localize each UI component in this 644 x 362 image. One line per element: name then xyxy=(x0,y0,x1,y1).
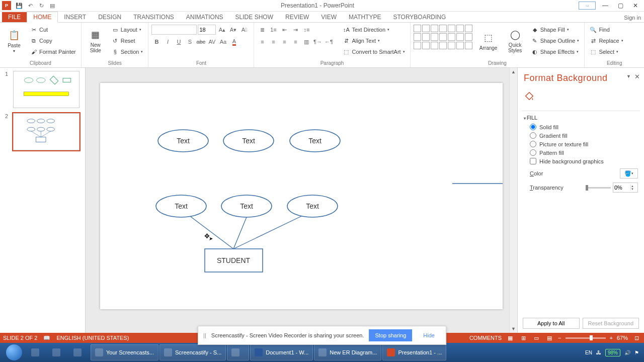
ltr-button[interactable]: ¶→ xyxy=(312,37,323,47)
solid-fill-radio[interactable]: Solid fill xyxy=(530,124,638,130)
tray-lang[interactable]: EN xyxy=(585,350,592,355)
quick-styles-button[interactable]: ◯Quick Styles xyxy=(504,25,526,57)
sorter-view-icon[interactable]: ⊞ xyxy=(519,334,528,342)
tab-review[interactable]: REVIEW xyxy=(279,12,315,22)
layout-button[interactable]: ▭Layout▾ xyxy=(110,25,145,35)
spell-check-icon[interactable]: 📖 xyxy=(43,335,50,341)
copy-button[interactable]: ⧉Copy xyxy=(28,36,78,46)
find-button[interactable]: 🔍Find xyxy=(588,25,625,35)
font-family-input[interactable] xyxy=(151,25,197,35)
align-text-button[interactable]: ⇵Align Text▾ xyxy=(341,36,407,46)
columns-button[interactable]: ▥ xyxy=(301,37,311,47)
arrange-button[interactable]: ⬚Arrange xyxy=(476,25,501,57)
taskbar-pinned-3[interactable] xyxy=(69,344,90,360)
font-color-button[interactable]: A xyxy=(229,37,239,47)
picture-fill-radio[interactable]: Picture or texture fill xyxy=(530,141,638,147)
scroll-down-icon[interactable]: ▼ xyxy=(511,326,517,332)
taskbar-image[interactable]: New ER Diagram... xyxy=(314,344,381,360)
bold-button[interactable]: B xyxy=(151,37,162,47)
numbering-button[interactable]: 1≡ xyxy=(268,25,278,35)
reset-button[interactable]: ↺Reset xyxy=(110,36,145,46)
taskbar-word[interactable]: Document1 - W... xyxy=(250,344,313,360)
start-button[interactable] xyxy=(2,344,26,360)
shapes-gallery[interactable] xyxy=(414,25,473,50)
select-button[interactable]: ⬚Select▾ xyxy=(588,47,625,57)
slide[interactable]: Text Text Text Text Text Text STUDENT xyxy=(100,83,503,309)
fill-section-header[interactable]: FILL xyxy=(524,115,638,121)
zoom-slider[interactable] xyxy=(566,337,606,339)
line-spacing-button[interactable]: ↕≡ xyxy=(301,25,311,35)
italic-button[interactable]: I xyxy=(163,37,173,47)
decrease-indent-button[interactable]: ⇤ xyxy=(279,25,289,35)
stop-sharing-button[interactable]: Stop sharing xyxy=(369,329,413,341)
redo-icon[interactable]: ↻ xyxy=(37,2,45,10)
tab-slideshow[interactable]: SLIDE SHOW xyxy=(229,12,279,22)
slide-counter[interactable]: SLIDE 2 OF 2 xyxy=(3,335,37,341)
tray-volume-icon[interactable]: 🔊 xyxy=(624,350,630,355)
increase-indent-button[interactable]: ⇥ xyxy=(290,25,300,35)
tab-file[interactable]: FILE xyxy=(2,12,27,22)
minimize-button[interactable]: — xyxy=(599,1,612,10)
shape-fill-button[interactable]: ◆Shape Fill▾ xyxy=(529,25,582,35)
apply-all-button[interactable]: Apply to All xyxy=(523,318,580,329)
taskbar-chrome-2[interactable]: Screencastify - S... xyxy=(159,344,226,360)
zoom-in-button[interactable]: + xyxy=(610,335,613,341)
tab-design[interactable]: DESIGN xyxy=(92,12,127,22)
thumbnail-1[interactable]: 1 xyxy=(5,71,80,108)
fit-to-window-icon[interactable]: ⊡ xyxy=(632,334,641,342)
zoom-out-button[interactable]: − xyxy=(558,335,561,341)
reading-view-icon[interactable]: ▭ xyxy=(532,334,541,342)
tab-insert[interactable]: INSERT xyxy=(58,12,92,22)
taskbar-pinned-2[interactable] xyxy=(48,344,68,360)
slide-canvas-area[interactable]: Text Text Text Text Text Text STUDENT xyxy=(86,68,517,333)
tab-mathtype[interactable]: MathType xyxy=(343,12,387,22)
pattern-fill-radio[interactable]: Pattern fill xyxy=(530,149,638,156)
format-painter-button[interactable]: 🖌Format Painter xyxy=(28,47,78,57)
tab-transitions[interactable]: TRANSITIONS xyxy=(127,12,180,22)
save-icon[interactable]: 💾 xyxy=(15,2,23,10)
strikethrough-button[interactable]: abc xyxy=(196,37,206,47)
underline-button[interactable]: U xyxy=(174,37,184,47)
paste-button[interactable]: 📋 Paste ▼ xyxy=(3,25,25,57)
pane-options-icon[interactable]: ▼ xyxy=(626,74,631,79)
scroll-up-icon[interactable]: ▲ xyxy=(511,69,517,75)
taskbar-pinned-1[interactable] xyxy=(27,344,47,360)
hide-share-button[interactable]: Hide xyxy=(417,329,441,341)
restore-button[interactable]: ▢ xyxy=(614,1,627,10)
tray-flag-icon[interactable]: ⚑ xyxy=(634,350,639,355)
shape-outline-button[interactable]: ✎Shape Outline▾ xyxy=(529,36,582,46)
transparency-slider[interactable] xyxy=(586,187,611,189)
taskbar-telegram[interactable] xyxy=(227,344,249,360)
color-picker-button[interactable]: 🪣▾ xyxy=(620,168,638,178)
align-center-button[interactable]: ≡ xyxy=(268,37,278,47)
align-right-button[interactable]: ≡ xyxy=(279,37,289,47)
justify-button[interactable]: ≡ xyxy=(290,37,300,47)
convert-smartart-button[interactable]: ⬚Convert to SmartArt▾ xyxy=(341,47,407,57)
tray-network-icon[interactable]: 🖧 xyxy=(596,350,601,355)
slideshow-view-icon[interactable]: ▤ xyxy=(545,334,554,342)
pane-close-button[interactable]: ✕ xyxy=(634,73,640,80)
start-slideshow-icon[interactable]: ▤ xyxy=(48,2,56,10)
taskbar-powerpoint[interactable]: Presentation1 - ... xyxy=(382,344,446,360)
tab-storyboarding[interactable]: STORYBOARDING xyxy=(387,12,452,22)
tab-home[interactable]: HOME xyxy=(27,12,58,23)
cut-button[interactable]: ✂Cut xyxy=(28,25,78,35)
close-button[interactable]: ✕ xyxy=(629,1,642,10)
clear-formatting-icon[interactable]: A⃠ xyxy=(239,25,249,35)
font-size-input[interactable] xyxy=(198,25,216,35)
rtl-button[interactable]: ←¶ xyxy=(324,37,334,47)
taskbar-chrome-1[interactable]: Your Screencasts... xyxy=(91,344,158,360)
section-button[interactable]: §Section▾ xyxy=(110,47,145,57)
zoom-level[interactable]: 67% xyxy=(617,335,628,341)
hide-bg-checkbox[interactable]: Hide background graphics xyxy=(530,158,638,164)
replace-button[interactable]: ⇄Replace▾ xyxy=(588,36,625,46)
change-case-button[interactable]: Aa xyxy=(218,37,228,47)
language-status[interactable]: ENGLISH (UNITED STATES) xyxy=(56,335,129,341)
comments-button[interactable]: COMMENTS xyxy=(469,335,502,341)
spinner-down-icon[interactable]: ▼ xyxy=(631,188,637,191)
gradient-fill-radio[interactable]: Gradient fill xyxy=(530,132,638,139)
align-left-button[interactable]: ≡ xyxy=(257,37,267,47)
char-spacing-button[interactable]: AV xyxy=(207,37,217,47)
normal-view-icon[interactable]: ▦ xyxy=(506,334,515,342)
transparency-value[interactable] xyxy=(613,185,630,191)
